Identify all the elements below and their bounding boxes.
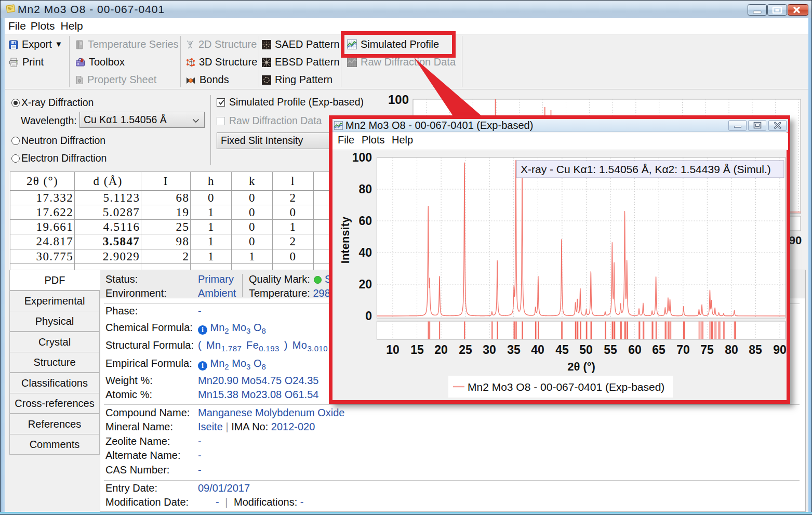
svg-text:45: 45: [555, 343, 569, 356]
svg-text:20: 20: [434, 343, 448, 356]
svg-text:60: 60: [358, 214, 372, 228]
svg-text:20: 20: [358, 278, 372, 291]
svg-text:Intensity: Intensity: [339, 216, 352, 263]
svg-text:75: 75: [700, 343, 714, 356]
svg-text:60: 60: [628, 343, 642, 356]
svg-text:Mn2 Mo3 O8 - 00-067-0401 (Exp-: Mn2 Mo3 O8 - 00-067-0401 (Exp-based): [468, 381, 664, 393]
svg-text:100: 100: [352, 151, 372, 164]
svg-text:35: 35: [507, 343, 521, 356]
svg-text:2θ (°): 2θ (°): [567, 360, 595, 373]
svg-text:70: 70: [676, 343, 690, 356]
svg-text:80: 80: [725, 343, 738, 356]
svg-text:0: 0: [365, 309, 372, 323]
svg-text:85: 85: [749, 343, 762, 356]
svg-text:40: 40: [531, 343, 544, 356]
svg-text:50: 50: [579, 343, 593, 356]
svg-text:25: 25: [459, 343, 472, 356]
svg-text:15: 15: [410, 343, 424, 356]
svg-text:40: 40: [358, 246, 372, 259]
svg-text:10: 10: [386, 343, 400, 356]
svg-text:X-ray - Cu Kα1: 1.54056 Å, Kα2: X-ray - Cu Kα1: 1.54056 Å, Kα2: 1.54439 …: [521, 163, 771, 175]
svg-text:65: 65: [652, 343, 665, 356]
svg-text:80: 80: [358, 182, 372, 196]
svg-text:90: 90: [773, 343, 787, 356]
svg-text:30: 30: [483, 343, 496, 356]
svg-text:55: 55: [604, 343, 617, 356]
